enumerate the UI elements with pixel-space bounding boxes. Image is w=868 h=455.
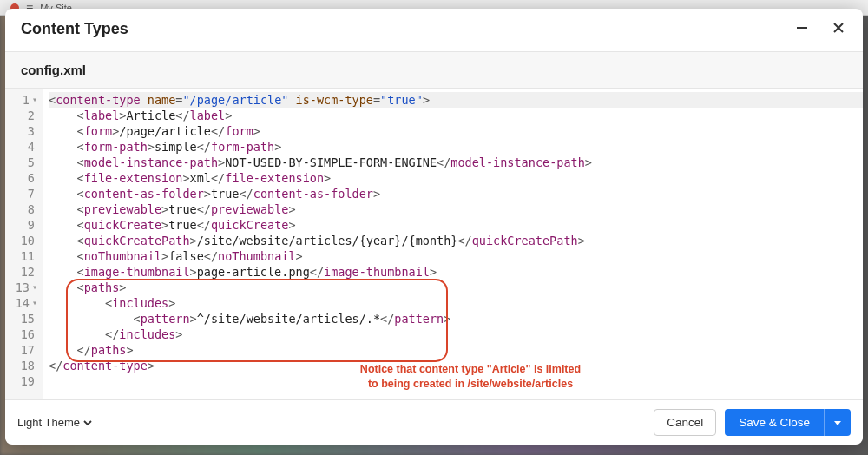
- save-dropdown-button[interactable]: [824, 409, 851, 436]
- content-types-modal: Content Types config.xml 1▾2 3 4 5 6 7 8…: [5, 9, 863, 445]
- code-line[interactable]: <image-thumbnail>page-article.png</image…: [49, 264, 863, 280]
- code-line[interactable]: <pattern>^/site/website/articles/.*</pat…: [49, 311, 863, 326]
- chevron-down-icon: [83, 419, 92, 427]
- close-icon: [832, 21, 845, 35]
- minimize-button[interactable]: [793, 19, 811, 39]
- line-number: 5: [9, 155, 37, 170]
- minimize-icon: [795, 21, 809, 35]
- line-number: 18: [9, 358, 37, 373]
- theme-selector[interactable]: Light Theme: [17, 416, 92, 429]
- code-line[interactable]: <model-instance-path>NOT-USED-BY-SIMPLE-…: [49, 155, 863, 170]
- code-line[interactable]: <previewable>true</previewable>: [49, 201, 863, 217]
- theme-label: Light Theme: [17, 416, 80, 429]
- code-line[interactable]: [49, 373, 863, 389]
- line-number: 15: [9, 311, 37, 326]
- code-line[interactable]: </includes>: [49, 326, 863, 342]
- save-close-button[interactable]: Save & Close: [725, 409, 824, 436]
- code-line[interactable]: <content-as-folder>true</content-as-fold…: [49, 186, 863, 201]
- cancel-button[interactable]: Cancel: [654, 409, 716, 436]
- line-number: 9: [9, 217, 37, 233]
- code-line[interactable]: <noThumbnail>false</noThumbnail>: [49, 248, 863, 264]
- line-number: 16: [9, 326, 37, 342]
- line-number: 13▾: [9, 280, 37, 295]
- fold-indicator[interactable]: ▾: [32, 92, 37, 108]
- line-number: 10: [9, 233, 37, 248]
- line-number: 1▾: [9, 92, 37, 108]
- code-line[interactable]: <paths>: [49, 280, 863, 295]
- code-line[interactable]: <content-type name="/page/article" is-wc…: [49, 92, 863, 108]
- code-line[interactable]: </content-type>: [49, 358, 863, 373]
- code-line[interactable]: <label>Article</label>: [49, 108, 863, 123]
- line-number: 19: [9, 373, 37, 389]
- code-area[interactable]: <content-type name="/page/article" is-wc…: [43, 89, 863, 399]
- code-line[interactable]: <includes>: [49, 295, 863, 311]
- line-number: 11: [9, 248, 37, 264]
- code-line[interactable]: <form>/page/article</form>: [49, 123, 863, 139]
- line-number: 3: [9, 123, 37, 139]
- line-number: 4: [9, 139, 37, 155]
- fold-indicator[interactable]: ▾: [32, 295, 37, 311]
- code-line[interactable]: <quickCreate>true</quickCreate>: [49, 217, 863, 233]
- file-name-bar: config.xml: [5, 51, 863, 89]
- code-line[interactable]: <quickCreatePath>/site/website/articles/…: [49, 233, 863, 248]
- line-number: 7: [9, 186, 37, 201]
- code-line[interactable]: <file-extension>xml</file-extension>: [49, 170, 863, 186]
- modal-title: Content Types: [21, 20, 128, 38]
- code-editor[interactable]: 1▾2 3 4 5 6 7 8 9 10 11 12 13▾14▾15 16 1…: [5, 89, 863, 399]
- line-number: 8: [9, 201, 37, 217]
- code-line[interactable]: <form-path>simple</form-path>: [49, 139, 863, 155]
- triangle-down-icon: [833, 419, 842, 427]
- modal-header: Content Types: [5, 9, 863, 51]
- code-line[interactable]: </paths>: [49, 342, 863, 358]
- line-number: 2: [9, 108, 37, 123]
- fold-indicator[interactable]: ▾: [32, 280, 37, 295]
- close-button[interactable]: [830, 19, 847, 39]
- line-number: 6: [9, 170, 37, 186]
- line-number: 14▾: [9, 295, 37, 311]
- modal-footer: Light Theme Cancel Save & Close: [5, 399, 863, 445]
- line-number: 17: [9, 342, 37, 358]
- line-number: 12: [9, 264, 37, 280]
- line-gutter: 1▾2 3 4 5 6 7 8 9 10 11 12 13▾14▾15 16 1…: [5, 89, 43, 399]
